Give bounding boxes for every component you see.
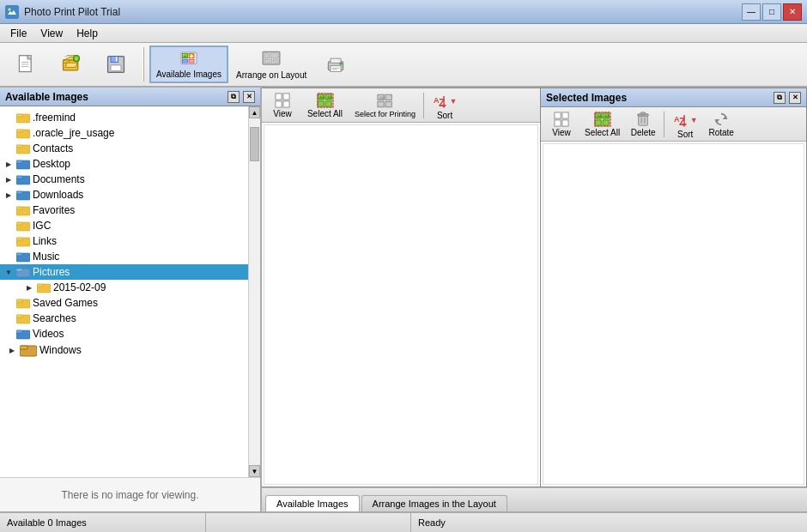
available-select-all-button[interactable]: Select All [301, 90, 349, 121]
tree-item-label: Downloads [33, 189, 83, 201]
tree-item-favorites[interactable]: Favorites [0, 203, 248, 218]
svg-rect-24 [182, 59, 187, 63]
window-controls: — □ ✕ [742, 3, 802, 21]
tree-arrow [3, 112, 14, 123]
svg-rect-33 [331, 66, 341, 72]
folder-icon [16, 312, 30, 324]
svg-rect-27 [264, 53, 270, 58]
folder-icon [16, 112, 30, 124]
svg-rect-69 [276, 93, 282, 99]
svg-rect-91 [555, 119, 561, 125]
folder-icon [16, 142, 30, 154]
selected-images-toolbar: View [541, 107, 806, 142]
svg-rect-70 [283, 93, 289, 99]
tree-item-downloads[interactable]: ▶ Downloads [0, 187, 248, 203]
tab-arrange-images[interactable]: Arrange Images in the Layout [361, 495, 507, 511]
main-toolbar: ↑ Avail [0, 43, 807, 88]
tabs-bar: Available Images Arrange Images in the L… [262, 487, 807, 511]
tree-item-windows[interactable]: ▶ Windows [0, 342, 248, 359]
svg-rect-77 [318, 100, 324, 106]
svg-rect-60 [37, 284, 43, 287]
tree-item-2015[interactable]: ▶ 2015-02-09 [0, 280, 248, 295]
print-button[interactable] [314, 45, 357, 83]
status-left-text: Available 0 Images [7, 517, 87, 528]
toolbar-sep [423, 93, 424, 118]
folder-icon [16, 251, 30, 263]
svg-rect-29 [264, 59, 272, 63]
available-images-header: Available Images ⧉ ✕ [0, 88, 260, 106]
new-button[interactable] [5, 45, 48, 83]
svg-rect-62 [16, 299, 22, 302]
open-button[interactable]: ↑ [50, 45, 93, 83]
selected-view-button[interactable]: View [544, 109, 579, 140]
no-image-text: There is no image for viewing. [61, 489, 198, 501]
close-button[interactable]: ✕ [783, 3, 802, 21]
folder-icon [16, 220, 30, 232]
app-icon [5, 5, 19, 19]
svg-rect-66 [16, 330, 22, 333]
tree-item-freemind[interactable]: .freemind [0, 110, 248, 125]
save-button[interactable] [94, 45, 137, 83]
menu-help[interactable]: Help [70, 26, 105, 41]
rotate-button[interactable]: Rotate [704, 109, 738, 140]
tree-item-oracle[interactable]: .oracle_jre_usage [0, 125, 248, 141]
tab-available-images[interactable]: Available Images [265, 495, 360, 511]
svg-rect-71 [276, 100, 282, 106]
select-for-printing-button[interactable]: Select for Printing [350, 90, 420, 121]
svg-rect-82 [385, 94, 391, 100]
scroll-track [249, 118, 260, 465]
selected-sort-button[interactable]: A Z ▼ Sort [668, 109, 702, 140]
tree-item-searches[interactable]: Searches [0, 311, 248, 326]
svg-rect-92 [562, 119, 568, 125]
svg-rect-100 [639, 115, 648, 125]
selected-panel-restore[interactable]: ⧉ [774, 92, 786, 104]
available-view-button[interactable]: View [265, 90, 300, 121]
maximize-button[interactable]: □ [762, 3, 781, 21]
tree-item-label: .freemind [33, 112, 76, 124]
svg-rect-42 [16, 145, 22, 148]
tree-item-label: Videos [33, 328, 64, 340]
svg-rect-58 [16, 269, 22, 271]
svg-rect-48 [16, 191, 22, 194]
folder-icon [16, 235, 30, 247]
scroll-thumb[interactable] [250, 127, 259, 161]
tree-item-label: .oracle_jre_usage [33, 127, 114, 139]
svg-rect-97 [595, 119, 601, 124]
scroll-up-button[interactable]: ▲ [249, 106, 260, 118]
tree-item-savedgames[interactable]: Saved Games [0, 295, 248, 311]
svg-rect-44 [16, 160, 22, 163]
tree-container[interactable]: .freemind .oracle_jre_usage Contacts [0, 106, 248, 477]
tree-item-label: Favorites [33, 204, 75, 216]
tree-item-contacts[interactable]: Contacts [0, 141, 248, 156]
tree-item-links[interactable]: Links [0, 233, 248, 249]
svg-point-36 [340, 62, 343, 64]
panel-restore-button[interactable]: ⧉ [228, 91, 240, 103]
arrange-layout-button[interactable]: Arrange on Layout [230, 45, 312, 83]
tree-item-igc[interactable]: IGC [0, 218, 248, 233]
tree-item-music[interactable]: Music [0, 249, 248, 264]
available-images-button[interactable]: Available Images [149, 45, 228, 83]
svg-rect-56 [16, 253, 22, 256]
minimize-button[interactable]: — [742, 3, 761, 21]
available-sort-button[interactable]: A Z ▼ Sort [428, 90, 462, 121]
available-image-grid [264, 124, 538, 485]
scroll-down-button[interactable]: ▼ [249, 465, 260, 477]
delete-button[interactable]: Delete [626, 109, 660, 140]
svg-rect-32 [331, 58, 341, 63]
tree-item-documents[interactable]: ▶ Documents [0, 172, 248, 187]
select-for-printing-label: Select for Printing [355, 110, 416, 118]
available-images-toolbar: View [262, 88, 540, 123]
menu-file[interactable]: File [3, 26, 33, 41]
selected-select-all-button[interactable]: Select All [580, 109, 624, 140]
panel-close-button[interactable]: ✕ [243, 91, 255, 103]
arrange-layout-label: Arrange on Layout [236, 70, 306, 80]
selected-panel-close[interactable]: ✕ [789, 92, 801, 104]
tree-item-desktop[interactable]: ▶ Desktop [0, 156, 248, 172]
svg-rect-98 [603, 119, 609, 124]
tree-item-pictures[interactable]: ▼ Pictures [0, 264, 248, 280]
menu-view[interactable]: View [33, 26, 70, 41]
selected-images-title: Selected Images [546, 92, 627, 104]
tree-item-label: Music [33, 251, 59, 263]
tree-scrollbar[interactable]: ▲ ▼ [248, 106, 260, 477]
tree-item-videos[interactable]: Videos [0, 326, 248, 342]
